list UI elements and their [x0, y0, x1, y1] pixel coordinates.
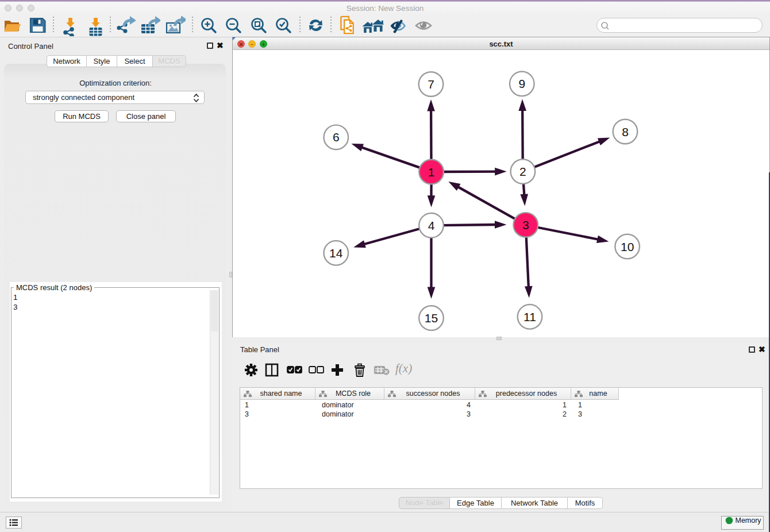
svg-text:6: 6 [333, 130, 340, 144]
svg-text:2: 2 [519, 165, 526, 178]
svg-text:3: 3 [522, 218, 529, 232]
svg-text:14: 14 [329, 246, 343, 260]
svg-text:7: 7 [428, 78, 434, 91]
svg-text:9: 9 [518, 77, 525, 90]
svg-text:15: 15 [425, 311, 438, 325]
svg-text:4: 4 [428, 219, 435, 232]
svg-text:10: 10 [621, 240, 634, 253]
svg-text:8: 8 [622, 125, 629, 138]
svg-text:11: 11 [523, 310, 536, 323]
svg-text:1: 1 [428, 165, 435, 179]
